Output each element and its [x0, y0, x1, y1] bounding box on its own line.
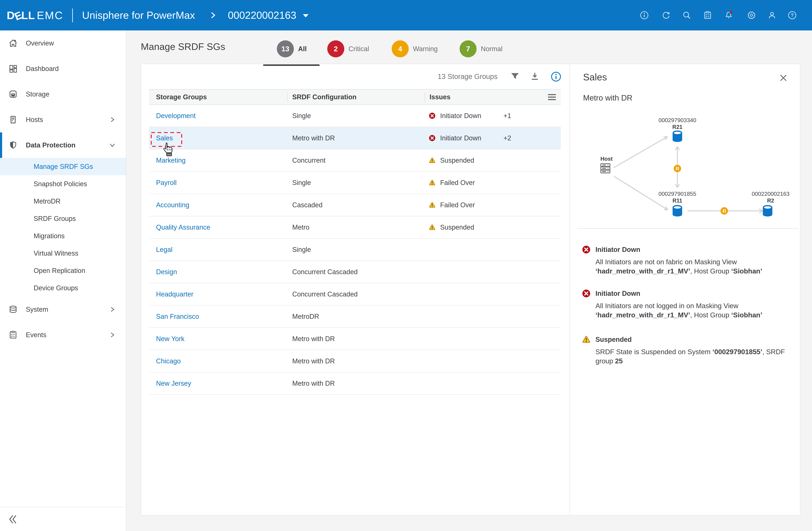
sidebar-subitem-label: Virtual Witness	[34, 249, 78, 257]
filter-icon[interactable]	[509, 71, 520, 82]
issue-cell: Suspended	[429, 216, 474, 238]
storage-group-link[interactable]: Quality Assurance	[156, 216, 210, 238]
storage-group-link[interactable]: Payroll	[156, 172, 176, 193]
issue-more-count[interactable]: +1	[504, 105, 511, 127]
sidebar-subitem-migrations[interactable]: Migrations	[0, 227, 126, 245]
table-row-new-jersey[interactable]: New JerseyMetro with DR	[149, 372, 561, 395]
srdf-configuration-value: Single	[292, 105, 311, 127]
columns-menu-icon[interactable]	[548, 94, 556, 101]
storage-group-link[interactable]: New Jersey	[156, 372, 191, 394]
search-icon[interactable]	[682, 11, 691, 20]
table-row-accounting[interactable]: AccountingCascadedFailed Over	[149, 194, 561, 216]
download-icon[interactable]	[529, 71, 540, 82]
sidebar-subitem-manage-srdf-sgs[interactable]: Manage SRDF SGs	[0, 158, 126, 175]
detail-panel: Sales Metro with DR	[570, 64, 800, 515]
sidebar-item-label: Data Protection	[26, 141, 75, 149]
user-icon[interactable]	[767, 11, 777, 20]
warning-icon	[429, 224, 436, 231]
table-row-chicago[interactable]: ChicagoMetro with DR	[149, 350, 561, 372]
srdf-configuration-value: Metro	[292, 216, 309, 238]
sidebar-item-events[interactable]: Events	[0, 322, 126, 348]
collapse-left-icon[interactable]	[9, 514, 17, 524]
sidebar-item-overview[interactable]: Overview	[0, 30, 126, 56]
sidebar-subitem-metrodr[interactable]: MetroDR	[0, 192, 126, 210]
sidebar-item-label: Overview	[26, 40, 54, 47]
chevron-right-icon	[110, 307, 115, 312]
sidebar-item-label: Dashboard	[26, 65, 59, 73]
sidebar-subitem-label: Migrations	[34, 232, 64, 240]
sidebar-subitem-snapshot-policies[interactable]: Snapshot Policies	[0, 175, 126, 192]
table-row-sales[interactable]: SalesMetro with DRInitiator Down+2	[149, 127, 561, 149]
sidebar-subitem-device-groups[interactable]: Device Groups	[0, 279, 126, 297]
sidebar-item-hosts[interactable]: Hosts	[0, 107, 126, 132]
column-separator	[424, 92, 425, 102]
table-row-payroll[interactable]: PayrollSingleFailed Over	[149, 172, 561, 194]
table-row-marketing[interactable]: MarketingConcurrentSuspended	[149, 149, 561, 172]
sidebar-subitem-virtual-witness[interactable]: Virtual Witness	[0, 245, 126, 262]
sidebar-subitem-srdf-groups[interactable]: SRDF Groups	[0, 210, 126, 227]
sidebar-item-label: Events	[26, 331, 46, 339]
page-title: Manage SRDF SGs	[141, 41, 225, 52]
close-icon[interactable]	[780, 74, 787, 82]
column-header-srdf-configuration[interactable]: SRDF Configuration	[292, 89, 357, 104]
tab-count-badge: 7	[460, 40, 477, 57]
storage-group-link[interactable]: Design	[156, 261, 177, 283]
refresh-icon[interactable]	[662, 11, 671, 20]
storage-group-link[interactable]: San Francisco	[156, 305, 199, 328]
table-row-quality-assurance[interactable]: Quality AssuranceMetroSuspended	[149, 216, 561, 239]
warning-icon	[582, 335, 591, 344]
sidebar-item-data-protection[interactable]: Data Protection	[0, 132, 126, 158]
system-id-selector[interactable]: 000220002163	[228, 0, 296, 30]
storage-group-link[interactable]: Development	[156, 105, 195, 127]
gear-icon[interactable]	[747, 11, 756, 20]
detail-issue-1: Initiator DownAll Initiators are not on …	[570, 245, 800, 276]
table-row-design[interactable]: DesignConcurrent Cascaded	[149, 261, 561, 283]
issue-description: All Initiators are not logged in on Mask…	[595, 301, 794, 320]
storage-groups-count: 13 Storage Groups	[438, 73, 497, 81]
bell-icon[interactable]	[724, 11, 734, 20]
tab-label: Normal	[481, 45, 503, 53]
storage-group-link[interactable]: New York	[156, 328, 185, 350]
help-icon[interactable]: ?	[787, 11, 797, 20]
table-row-new-york[interactable]: New YorkMetro with DR	[149, 328, 561, 350]
tab-critical[interactable]: 2Critical	[327, 40, 369, 57]
sidebar-item-system[interactable]: System	[0, 297, 126, 322]
srdf-configuration-value: MetroDR	[292, 305, 319, 328]
storage-group-link[interactable]: Accounting	[156, 194, 189, 216]
table-row-development[interactable]: DevelopmentSingleInitiator Down+1	[149, 105, 561, 127]
system-caret-icon	[303, 14, 308, 17]
storage-group-link[interactable]: Chicago	[156, 350, 180, 372]
issue-description-part: , Host Group	[690, 267, 731, 275]
detail-issue-2: Initiator DownAll Initiators are not log…	[570, 289, 800, 320]
storage-group-link[interactable]: Headquarter	[156, 283, 193, 305]
sidebar-collapse-row	[0, 507, 126, 531]
info-circle-icon[interactable]	[551, 71, 562, 82]
tab-all[interactable]: 13All	[277, 40, 307, 57]
tab-normal[interactable]: 7Normal	[460, 40, 503, 57]
srdf-configuration-value: Single	[292, 172, 311, 193]
sidebar-subitem-open-replication[interactable]: Open Replication	[0, 262, 126, 279]
sidebar-item-storage[interactable]: Storage	[0, 82, 126, 107]
tasks-icon[interactable]	[703, 11, 712, 20]
tab-count-badge: 13	[277, 40, 294, 57]
table-row-legal[interactable]: LegalSingle	[149, 239, 561, 261]
table-row-headquarter[interactable]: HeadquarterConcurrent Cascaded	[149, 283, 561, 305]
issue-description-part: All Initiators are not logged in on Mask…	[595, 302, 738, 310]
tab-label: All	[298, 45, 307, 53]
column-header-storage-groups[interactable]: Storage Groups	[156, 89, 207, 104]
info-icon[interactable]	[640, 11, 649, 20]
host-icon	[601, 164, 610, 173]
sidebar-item-dashboard[interactable]: Dashboard	[0, 56, 126, 82]
sidebar-subitem-label: Open Replication	[34, 267, 85, 274]
column-header-issues[interactable]: Issues	[430, 89, 450, 104]
tab-warning[interactable]: 4Warning	[392, 40, 438, 57]
srdf-configuration-value: Metro with DR	[292, 372, 335, 394]
sidebar-item-label: Storage	[26, 90, 49, 98]
table-row-san-francisco[interactable]: San FranciscoMetroDR	[149, 305, 561, 328]
issue-more-count[interactable]: +2	[504, 127, 511, 149]
table-header: Storage Groups SRDF Configuration Issues	[149, 89, 561, 105]
storage-group-link[interactable]: Legal	[156, 239, 173, 260]
storage-system-cylinder-icon	[672, 131, 682, 142]
dell-emc-logo[interactable]: DELL EMC	[7, 0, 63, 30]
issue-cell: Failed Over	[429, 194, 475, 216]
